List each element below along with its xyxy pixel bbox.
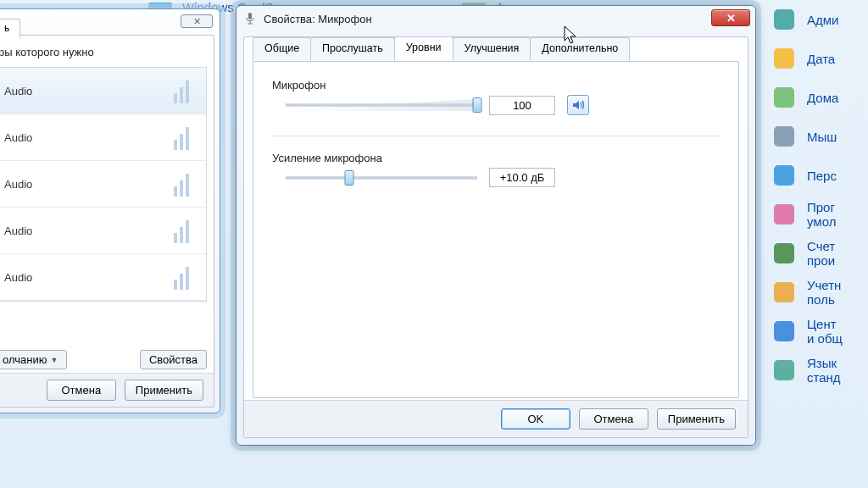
cp-icon (770, 317, 798, 346)
tab-label: Улучшения (465, 42, 520, 54)
cp-item-label: Мыш (807, 130, 837, 144)
cp-item-label: Перс (807, 169, 837, 183)
cp-item-label: Учетн поль (807, 278, 841, 307)
mic-level-slider[interactable] (286, 96, 477, 114)
level-meter-icon (174, 218, 196, 243)
level-meter-icon (174, 264, 196, 290)
cp-item[interactable]: Счет прои (766, 236, 868, 271)
cp-item[interactable]: Адми (766, 2, 868, 37)
device-row[interactable]: Audio (0, 254, 206, 301)
svg-rect-5 (774, 126, 794, 147)
device-row[interactable]: Audio (0, 208, 206, 254)
cp-item-label: Адми (807, 13, 838, 27)
separator (272, 136, 720, 136)
slider-thumb[interactable] (344, 170, 353, 186)
cancel-button[interactable]: Отмена (579, 408, 648, 430)
tab-record[interactable]: ь (0, 19, 20, 39)
slider-thumb[interactable] (473, 97, 482, 113)
tab-label: Прослушать (322, 42, 383, 54)
close-button[interactable]: ✕ (711, 9, 750, 26)
titlebar[interactable]: Свойства: Микрофон (236, 6, 755, 31)
cp-icon (770, 356, 798, 385)
svg-rect-6 (774, 165, 794, 186)
mic-boost-slider[interactable] (286, 169, 477, 187)
button-label: Отмена (62, 384, 102, 396)
mic-level-value[interactable]: 100 (489, 96, 555, 115)
cp-item-label: Счет прои (807, 239, 835, 268)
mic-level-label: Микрофон (272, 79, 720, 92)
device-row[interactable]: Audio (0, 114, 206, 161)
cp-item-label: Язык станд (807, 356, 841, 385)
tab-advanced[interactable]: Дополнительно (530, 37, 630, 61)
tab-listen[interactable]: Прослушать (310, 37, 395, 61)
cp-icon (770, 239, 798, 268)
cp-item-label: Цент и общ (807, 317, 843, 346)
device-name: Audio (4, 85, 32, 97)
cp-item[interactable]: Учетн поль (766, 274, 868, 310)
cp-icon (770, 200, 798, 229)
svg-rect-12 (248, 13, 252, 19)
mic-boost-value[interactable]: +10.0 дБ (489, 168, 555, 187)
tab-label: Дополнительно (542, 42, 618, 54)
properties-button[interactable]: Свойства (140, 350, 207, 369)
tab-label: ь (4, 22, 9, 34)
level-meter-icon (174, 78, 196, 103)
cp-icon (770, 83, 798, 112)
cp-icon (770, 278, 798, 307)
level-meter-icon (174, 125, 196, 150)
svg-rect-9 (774, 282, 794, 302)
cp-icon (770, 5, 798, 34)
button-label: Применить (136, 384, 192, 396)
tab-label: Общие (264, 42, 299, 54)
ok-button[interactable]: OK (501, 408, 570, 430)
cp-item-label: Дата (807, 52, 835, 66)
chevron-down-icon: ▼ (50, 356, 58, 364)
microphone-icon (243, 12, 257, 25)
svg-rect-11 (774, 360, 794, 380)
device-name: Audio (4, 178, 32, 191)
svg-rect-7 (774, 204, 794, 225)
close-button[interactable]: ✕ (181, 14, 213, 28)
tab-levels[interactable]: Уровни (394, 36, 453, 60)
speaker-icon (571, 98, 585, 112)
window-title: Свойства: Микрофон (264, 13, 372, 25)
mic-boost-label: Усиление микрофона (272, 152, 720, 164)
device-name: Audio (4, 271, 32, 284)
tab-enhancements[interactable]: Улучшения (453, 37, 531, 61)
cp-item-label: Прог умол (807, 200, 836, 229)
button-label: Свойства (149, 353, 198, 366)
cp-item[interactable]: Прог умол (766, 197, 868, 232)
mute-button[interactable] (567, 95, 589, 115)
device-list[interactable]: Audio Audio Audio Audio Audio (0, 67, 207, 302)
device-name: Audio (4, 131, 32, 144)
cp-item[interactable]: Мыш (766, 119, 868, 154)
button-label: Применить (668, 413, 725, 425)
cp-item[interactable]: Цент и общ (766, 313, 868, 349)
device-row[interactable]: Audio (0, 68, 206, 114)
apply-button[interactable]: Применить (125, 380, 203, 401)
tab-label: Уровни (406, 42, 442, 53)
level-meter-icon (174, 171, 196, 197)
levels-pane: Микрофон 100 Усиление микрофона (253, 61, 739, 398)
svg-rect-8 (774, 243, 794, 263)
default-dropdown-button[interactable]: олчанию ▼ (0, 350, 67, 369)
cp-icon (770, 122, 798, 151)
cp-icon (770, 161, 798, 190)
svg-rect-10 (774, 321, 794, 341)
button-label: OK (527, 413, 543, 425)
button-label: олчанию (3, 353, 47, 366)
svg-rect-2 (774, 9, 794, 30)
button-label: Отмена (594, 413, 634, 425)
device-row[interactable]: Audio (0, 161, 206, 208)
cp-item[interactable]: Дома (766, 80, 868, 115)
cancel-button[interactable]: Отмена (47, 380, 116, 401)
instruction-text: ры которого нужно (0, 46, 214, 58)
tab-general[interactable]: Общие (253, 37, 311, 61)
apply-button[interactable]: Применить (657, 408, 736, 430)
cp-item[interactable]: Язык станд (766, 352, 868, 388)
cp-item-label: Дома (807, 91, 838, 105)
svg-rect-4 (774, 87, 794, 108)
cp-icon (770, 44, 798, 73)
cp-item[interactable]: Дата (766, 41, 868, 76)
cp-item[interactable]: Перс (766, 158, 868, 193)
